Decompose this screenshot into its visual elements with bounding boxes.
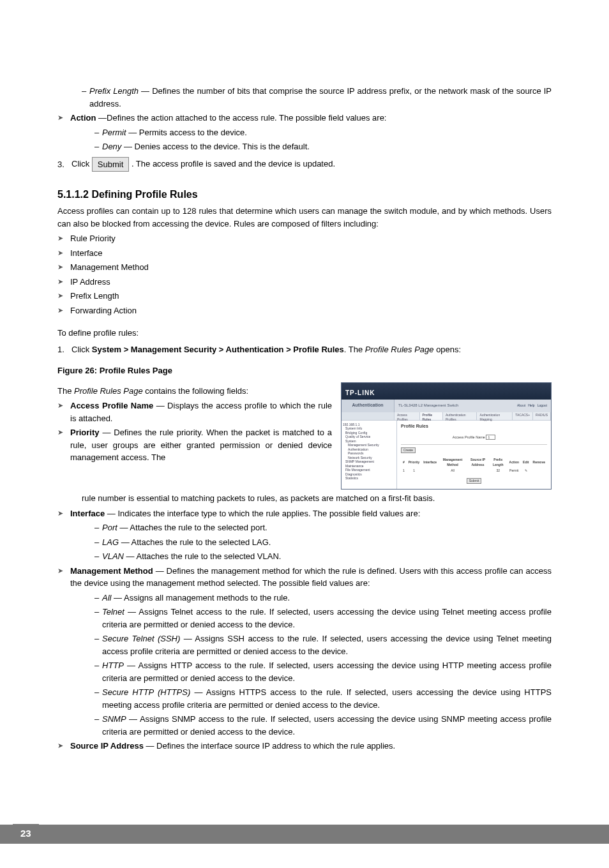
field-mm: ➤ Management Method — Defines the manage… (57, 565, 552, 590)
ss-logout-link[interactable]: Logout (538, 403, 547, 407)
ss-tab[interactable]: TACACS+ (513, 412, 533, 420)
action-item: ➤ Action —Defines the action attached to… (57, 112, 552, 124)
mm-snmp: –SNMP — Assigns SNMP access to the rule.… (94, 713, 552, 738)
filter-bullet: ➤IP Address (57, 276, 552, 288)
field-sip: ➤ Source IP Address — Defines the interf… (57, 740, 552, 752)
page-number: 23 (13, 824, 39, 843)
ss-nav-tree[interactable]: 192.168.1.1System InfoBridging ConfigQua… (342, 421, 397, 490)
bullet-arrow-icon: ➤ (57, 507, 70, 520)
filter-bullet: ➤Management Method (57, 261, 552, 274)
ss-panel-title: Profile Rules (401, 423, 547, 430)
ss-create-button[interactable]: Create (401, 447, 416, 454)
ss-profile-select[interactable]: 1 (486, 435, 495, 440)
submit-button-sample[interactable]: Submit (92, 157, 129, 172)
bullet-arrow-icon: ➤ (57, 261, 70, 273)
ss-rules-table: #PriorityInterfaceManagement MethodSourc… (401, 457, 547, 474)
filter-bullet: ➤Forwarding Action (57, 304, 552, 317)
field-interface: ➤ Interface — Indicates the interface ty… (57, 507, 552, 520)
if-vlan: –VLAN — Attaches the rule to the selecte… (94, 550, 552, 563)
filter-bullet: ➤Prefix Length (57, 290, 552, 303)
ss-about-link[interactable]: About (517, 403, 525, 407)
bullet-arrow-icon: ➤ (57, 740, 70, 752)
section-heading: 5.1.1.2 Defining Profile Rules (57, 187, 552, 202)
step-1: 1. Click System > Management Security > … (57, 343, 552, 356)
filter-bullet: ➤Interface (57, 247, 552, 260)
step-3: 3. Click Submit . The access profile is … (57, 157, 552, 172)
mm-ssh: –Secure Telnet (SSH) — Assigns SSH acces… (94, 632, 552, 657)
mm-http: –HTTP — Assigns HTTP access to the rule.… (94, 659, 552, 684)
mm-telnet: –Telnet — Assigns Telnet access to the r… (94, 606, 552, 631)
ss-tab[interactable]: Access Profiles (395, 412, 420, 420)
priority-continued: rule number is essential to matching pac… (82, 492, 552, 505)
ss-tab[interactable]: RADIUS (533, 412, 551, 420)
profile-rules-screenshot: TP-LINK Authentication TL-SL3428 L2 Mana… (341, 382, 552, 490)
figure-lead: The Profile Rules Page contains the foll… (57, 385, 332, 398)
permit-item: – Permit — Permits access to the device. (94, 126, 552, 139)
if-port: –Port — Attaches the rule to the selecte… (94, 521, 552, 534)
brand-logo: TP-LINK (345, 388, 375, 400)
filter-bullet: ➤Rule Priority (57, 232, 552, 245)
deny-item: – Deny — Denies access to the device. Th… (94, 140, 552, 153)
field-priority-partial: ➤ Priority — Defines the rule priority. … (57, 426, 332, 464)
section-intro: Access profiles can contain up to 128 ru… (57, 205, 552, 230)
bullet-arrow-icon: ➤ (57, 112, 70, 124)
ss-tab[interactable]: Profile Rules (420, 412, 443, 420)
if-lag: –LAG — Attaches the rule to the selected… (94, 536, 552, 549)
bullet-arrow-icon: ➤ (57, 565, 70, 577)
ss-sidebar-title: Authentication (342, 400, 395, 412)
bullet-arrow-icon: ➤ (57, 276, 70, 288)
bullet-arrow-icon: ➤ (57, 247, 70, 259)
ss-submit-button[interactable]: Submit (467, 478, 482, 484)
ss-help-link[interactable]: Help (528, 403, 534, 407)
prefix-length-item: – Prefix Length — Defines the number of … (82, 85, 552, 110)
figure-title: Figure 26: Profile Rules Page (57, 364, 552, 377)
bullet-arrow-icon: ➤ (57, 400, 70, 412)
mm-https: –Secure HTTP (HTTPS) — Assigns HTTPS acc… (94, 686, 552, 711)
mm-all: –All — Assigns all management methods to… (94, 592, 552, 604)
ss-tab[interactable]: Authentication Profiles (443, 412, 477, 420)
bullet-arrow-icon: ➤ (57, 426, 70, 438)
bullet-arrow-icon: ➤ (57, 232, 70, 244)
ss-tab[interactable]: Authentication Mapping (477, 412, 513, 420)
field-apn: ➤ Access Profile Name — Displays the acc… (57, 400, 332, 424)
bullet-arrow-icon: ➤ (57, 290, 70, 302)
page-footer: 23 (0, 825, 609, 844)
to-define: To define profile rules: (57, 327, 552, 340)
bullet-arrow-icon: ➤ (57, 304, 70, 317)
